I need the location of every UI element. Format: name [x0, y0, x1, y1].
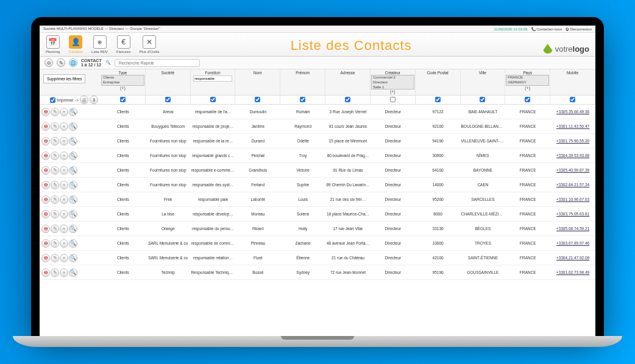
cell-mobile[interactable]: +3305.08.74.59.21	[550, 225, 595, 232]
col-toggle-2[interactable]	[210, 97, 216, 102]
add-row-icon[interactable]: ＋	[60, 225, 68, 233]
delete-row-icon[interactable]: ⊖	[41, 195, 50, 204]
delete-row-icon[interactable]: ⊖	[41, 137, 50, 145]
tool-planning[interactable]: 📅Planning	[46, 35, 60, 54]
edit-row-icon[interactable]: ✎	[51, 239, 59, 248]
cell-mobile[interactable]: +3301.10.96.67.63	[550, 196, 595, 203]
edit-row-icon[interactable]: ✎	[51, 122, 59, 131]
nav-world-icon[interactable]: 🌐	[69, 58, 77, 67]
col-header-type[interactable]: Type	[101, 71, 144, 75]
logout-button[interactable]: ⏻ Déconnexion	[566, 27, 592, 31]
print-icon[interactable]: 🖨	[80, 96, 88, 104]
table-row[interactable]: ⊖✎＋🔍ClientsFournitures non stopresponsab…	[40, 163, 595, 178]
col-header-mobile[interactable]: Mobile	[551, 71, 594, 75]
view-row-icon[interactable]: 🔍	[69, 254, 77, 262]
table-row[interactable]: ⊖✎＋🔍ClientsArevaresponsable de l'a…Dumou…	[40, 105, 595, 119]
view-row-icon[interactable]: 🔍	[69, 195, 77, 204]
cell-mobile[interactable]: +3301.02.73.98.49	[550, 269, 595, 276]
col-header-adresse[interactable]: Adresse	[326, 71, 369, 75]
edit-row-icon[interactable]: ✎	[51, 268, 59, 277]
delete-row-icon[interactable]: ⊖	[41, 225, 50, 233]
delete-row-icon[interactable]: ⊖	[41, 108, 50, 116]
col-toggle-8[interactable]	[480, 97, 485, 102]
view-row-icon[interactable]: 🔍	[69, 152, 77, 160]
col-toggle-0[interactable]	[120, 97, 126, 102]
col-header-ville[interactable]: Ville	[461, 71, 505, 75]
tool-plus-d-outils[interactable]: ✕Plus d'Outils	[139, 35, 159, 54]
delete-row-icon[interactable]: ⊖	[41, 181, 50, 189]
cell-mobile[interactable]: +3302.84.21.57.24	[550, 181, 595, 188]
view-row-icon[interactable]: 🔍	[69, 210, 77, 219]
cell-mobile[interactable]: +3305.40.99.87.39	[550, 167, 595, 173]
table-row[interactable]: ⊖✎＋🔍ClientsBouygues Telecomresponsable d…	[40, 119, 595, 134]
view-row-icon[interactable]: 🔍	[69, 137, 77, 145]
col-header-prenom[interactable]: Prénom	[281, 71, 324, 75]
table-row[interactable]: ⊖✎＋🔍ClientsFournitures non stopresponsab…	[40, 178, 595, 192]
col-toggle-9[interactable]	[525, 97, 530, 102]
createur-filter-list[interactable]: Commercial 2 Directeur Salle 1	[371, 75, 414, 89]
table-row[interactable]: ⊖✎＋🔍ClientsLa biseresponsable dévelop…Mo…	[40, 207, 595, 222]
view-row-icon[interactable]: 🔍	[69, 108, 77, 116]
table-row[interactable]: ⊖✎＋🔍ClientsFreeresponsable paieLabontéLo…	[40, 192, 595, 207]
nav-first-icon[interactable]: ⊖	[44, 58, 53, 67]
clear-filters-button[interactable]: Supprimer les filtres	[43, 74, 85, 83]
add-row-icon[interactable]: ＋	[60, 195, 68, 204]
pays-filter-list[interactable]: FRANCE GERMANY	[506, 75, 549, 86]
cell-mobile[interactable]: +3305.35.66.49.36	[550, 108, 595, 115]
edit-row-icon[interactable]: ✎	[51, 108, 59, 116]
add-row-icon[interactable]: ＋	[60, 108, 68, 116]
view-row-icon[interactable]: 🔍	[69, 181, 77, 189]
cell-mobile[interactable]: +3304.21.47.92.09	[550, 254, 595, 261]
edit-row-icon[interactable]: ✎	[51, 166, 59, 175]
tool-factures[interactable]: €Factures	[116, 35, 130, 54]
print-all-checkbox[interactable]	[50, 97, 55, 103]
cell-mobile[interactable]: +3301.75.90.55.20	[550, 138, 595, 144]
col-header-nom[interactable]: Nom	[236, 71, 279, 75]
col-toggle-3[interactable]	[255, 97, 260, 102]
table-row[interactable]: ⊖✎＋🔍ClientsSARL Menuiserie & coresponsab…	[40, 251, 595, 265]
quick-search-input[interactable]	[115, 59, 200, 67]
edit-row-icon[interactable]: ✎	[51, 225, 59, 233]
col-header-createur[interactable]: Créateur	[371, 71, 414, 75]
add-row-icon[interactable]: ＋	[60, 137, 68, 145]
expand-pays-icon[interactable]: (+)	[525, 86, 530, 90]
col-header-societe[interactable]: Société	[146, 71, 190, 75]
col-header-cp[interactable]: Code Postal	[416, 71, 459, 75]
view-row-icon[interactable]: 🔍	[69, 225, 77, 233]
delete-row-icon[interactable]: ⊖	[41, 254, 50, 262]
type-filter-list[interactable]: Clients Entreprise	[101, 75, 144, 86]
view-row-icon[interactable]: 🔍	[69, 239, 77, 248]
table-row[interactable]: ⊖✎＋🔍ClientsOrangeresponsable du perso…Ri…	[40, 222, 595, 236]
add-row-icon[interactable]: ＋	[60, 122, 68, 131]
edit-row-icon[interactable]: ✎	[51, 195, 59, 204]
delete-row-icon[interactable]: ⊖	[41, 166, 50, 175]
nav-prev-icon[interactable]: ✎	[57, 58, 65, 67]
view-row-icon[interactable]: 🔍	[69, 268, 77, 277]
delete-row-icon[interactable]: ⊖	[41, 152, 50, 160]
fonction-filter-input[interactable]	[193, 75, 232, 82]
delete-row-icon[interactable]: ⊖	[41, 210, 50, 219]
view-row-icon[interactable]: 🔍	[69, 166, 77, 175]
edit-row-icon[interactable]: ✎	[51, 254, 59, 262]
table-row[interactable]: ⊖✎＋🔍ClientsSARL Menuiserie & coresponsab…	[40, 236, 595, 251]
col-toggle-1[interactable]	[165, 97, 171, 102]
add-row-icon[interactable]: ＋	[60, 268, 68, 277]
col-header-pays[interactable]: Pays	[506, 71, 549, 75]
cell-mobile[interactable]: +3303.67.89.97.46	[550, 240, 595, 247]
tool-contacts[interactable]: 👤Contacts	[68, 35, 83, 54]
add-row-icon[interactable]: ＋	[60, 152, 68, 160]
add-row-icon[interactable]: ＋	[60, 254, 68, 262]
add-row-icon[interactable]: ＋	[60, 181, 68, 189]
col-toggle-10[interactable]	[570, 97, 575, 102]
edit-row-icon[interactable]: ✎	[51, 152, 59, 160]
edit-row-icon[interactable]: ✎	[51, 181, 59, 189]
add-row-icon[interactable]: ＋	[60, 166, 68, 175]
view-row-icon[interactable]: 🔍	[69, 122, 77, 131]
col-toggle-7[interactable]	[435, 97, 441, 102]
table-row[interactable]: ⊖✎＋🔍ClientsFournitures non stopresponsab…	[40, 134, 595, 149]
contact-us-link[interactable]: 📞 Contactez-nous	[531, 27, 562, 31]
add-row-icon[interactable]: ＋	[60, 210, 68, 219]
cell-mobile[interactable]: +3301.11.43.50.47	[550, 123, 595, 130]
col-header-fonction[interactable]: Fonction	[191, 71, 235, 75]
add-row-icon[interactable]: ＋	[60, 239, 68, 248]
